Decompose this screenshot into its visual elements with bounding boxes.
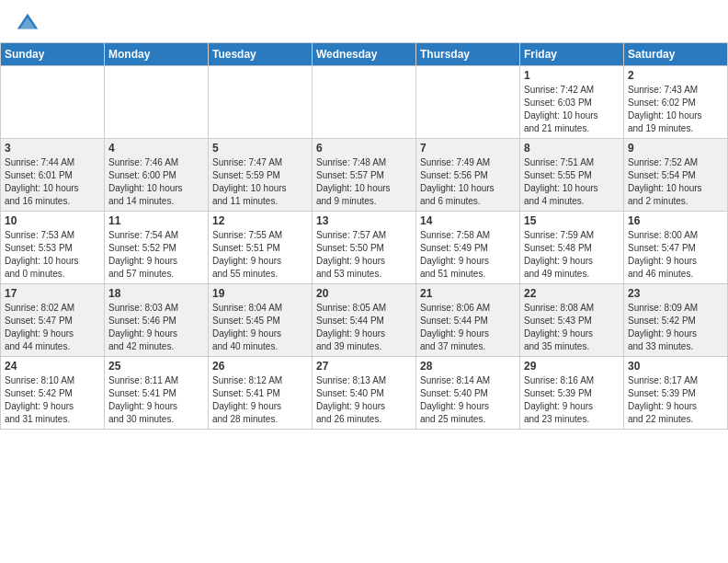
calendar-cell: 23Sunrise: 8:09 AM Sunset: 5:42 PM Dayli… bbox=[624, 284, 728, 357]
day-number: 6 bbox=[316, 142, 412, 155]
day-number: 11 bbox=[108, 214, 204, 227]
calendar-cell: 11Sunrise: 7:54 AM Sunset: 5:52 PM Dayli… bbox=[105, 212, 209, 284]
day-number: 28 bbox=[420, 360, 516, 373]
calendar-cell bbox=[209, 66, 313, 139]
page-header bbox=[0, 0, 728, 42]
day-info: Sunrise: 7:49 AM Sunset: 5:56 PM Dayligh… bbox=[420, 156, 516, 208]
day-info: Sunrise: 8:14 AM Sunset: 5:40 PM Dayligh… bbox=[420, 374, 516, 426]
col-header-tuesday: Tuesday bbox=[209, 43, 313, 66]
calendar-week-row: 3Sunrise: 7:44 AM Sunset: 6:01 PM Daylig… bbox=[1, 139, 728, 212]
calendar-table: SundayMondayTuesdayWednesdayThursdayFrid… bbox=[0, 42, 728, 430]
day-number: 24 bbox=[5, 360, 100, 373]
calendar-cell bbox=[1, 66, 105, 139]
col-header-friday: Friday bbox=[520, 43, 624, 66]
col-header-saturday: Saturday bbox=[624, 43, 728, 66]
calendar-cell: 14Sunrise: 7:58 AM Sunset: 5:49 PM Dayli… bbox=[416, 212, 520, 284]
day-info: Sunrise: 8:05 AM Sunset: 5:44 PM Dayligh… bbox=[316, 302, 412, 353]
day-number: 1 bbox=[524, 69, 620, 82]
calendar-week-row: 1Sunrise: 7:42 AM Sunset: 6:03 PM Daylig… bbox=[1, 66, 728, 139]
calendar-header-row: SundayMondayTuesdayWednesdayThursdayFrid… bbox=[1, 43, 728, 66]
day-number: 12 bbox=[212, 214, 308, 227]
col-header-sunday: Sunday bbox=[1, 43, 105, 66]
day-info: Sunrise: 7:53 AM Sunset: 5:53 PM Dayligh… bbox=[5, 229, 100, 281]
day-info: Sunrise: 8:12 AM Sunset: 5:41 PM Dayligh… bbox=[212, 374, 308, 426]
day-info: Sunrise: 7:52 AM Sunset: 5:54 PM Dayligh… bbox=[628, 156, 723, 208]
calendar-cell: 17Sunrise: 8:02 AM Sunset: 5:47 PM Dayli… bbox=[1, 284, 105, 357]
calendar-week-row: 17Sunrise: 8:02 AM Sunset: 5:47 PM Dayli… bbox=[1, 284, 728, 357]
day-number: 21 bbox=[420, 287, 516, 300]
day-info: Sunrise: 7:55 AM Sunset: 5:51 PM Dayligh… bbox=[212, 229, 308, 281]
calendar-cell: 16Sunrise: 8:00 AM Sunset: 5:47 PM Dayli… bbox=[624, 212, 728, 284]
calendar-week-row: 10Sunrise: 7:53 AM Sunset: 5:53 PM Dayli… bbox=[1, 212, 728, 284]
calendar-week-row: 24Sunrise: 8:10 AM Sunset: 5:42 PM Dayli… bbox=[1, 357, 728, 430]
calendar-cell: 18Sunrise: 8:03 AM Sunset: 5:46 PM Dayli… bbox=[105, 284, 209, 357]
day-info: Sunrise: 7:57 AM Sunset: 5:50 PM Dayligh… bbox=[316, 229, 412, 281]
day-info: Sunrise: 8:17 AM Sunset: 5:39 PM Dayligh… bbox=[628, 374, 723, 426]
calendar-cell: 15Sunrise: 7:59 AM Sunset: 5:48 PM Dayli… bbox=[520, 212, 624, 284]
day-number: 25 bbox=[108, 360, 204, 373]
day-number: 5 bbox=[212, 142, 308, 155]
calendar-cell bbox=[416, 66, 520, 139]
day-info: Sunrise: 7:43 AM Sunset: 6:02 PM Dayligh… bbox=[628, 84, 723, 135]
day-info: Sunrise: 8:03 AM Sunset: 5:46 PM Dayligh… bbox=[108, 302, 204, 353]
day-number: 3 bbox=[5, 142, 100, 155]
day-number: 29 bbox=[524, 360, 620, 373]
day-info: Sunrise: 7:54 AM Sunset: 5:52 PM Dayligh… bbox=[108, 229, 204, 281]
day-info: Sunrise: 8:04 AM Sunset: 5:45 PM Dayligh… bbox=[212, 302, 308, 353]
calendar-cell: 26Sunrise: 8:12 AM Sunset: 5:41 PM Dayli… bbox=[209, 357, 313, 430]
day-info: Sunrise: 7:42 AM Sunset: 6:03 PM Dayligh… bbox=[524, 84, 620, 135]
day-info: Sunrise: 8:13 AM Sunset: 5:40 PM Dayligh… bbox=[316, 374, 412, 426]
calendar-cell: 6Sunrise: 7:48 AM Sunset: 5:57 PM Daylig… bbox=[313, 139, 416, 212]
day-info: Sunrise: 8:00 AM Sunset: 5:47 PM Dayligh… bbox=[628, 229, 723, 281]
day-number: 13 bbox=[316, 214, 412, 227]
calendar-cell: 5Sunrise: 7:47 AM Sunset: 5:59 PM Daylig… bbox=[209, 139, 313, 212]
day-number: 30 bbox=[628, 360, 723, 373]
day-number: 4 bbox=[108, 142, 204, 155]
day-info: Sunrise: 7:59 AM Sunset: 5:48 PM Dayligh… bbox=[524, 229, 620, 281]
day-number: 20 bbox=[316, 287, 412, 300]
day-info: Sunrise: 8:06 AM Sunset: 5:44 PM Dayligh… bbox=[420, 302, 516, 353]
day-number: 27 bbox=[316, 360, 412, 373]
day-info: Sunrise: 8:09 AM Sunset: 5:42 PM Dayligh… bbox=[628, 302, 723, 353]
calendar-cell: 8Sunrise: 7:51 AM Sunset: 5:55 PM Daylig… bbox=[520, 139, 624, 212]
day-number: 14 bbox=[420, 214, 516, 227]
day-number: 15 bbox=[524, 214, 620, 227]
day-info: Sunrise: 8:10 AM Sunset: 5:42 PM Dayligh… bbox=[5, 374, 100, 426]
day-number: 8 bbox=[524, 142, 620, 155]
day-info: Sunrise: 8:11 AM Sunset: 5:41 PM Dayligh… bbox=[108, 374, 204, 426]
day-info: Sunrise: 7:58 AM Sunset: 5:49 PM Dayligh… bbox=[420, 229, 516, 281]
calendar-cell: 27Sunrise: 8:13 AM Sunset: 5:40 PM Dayli… bbox=[313, 357, 416, 430]
calendar-cell: 20Sunrise: 8:05 AM Sunset: 5:44 PM Dayli… bbox=[313, 284, 416, 357]
day-info: Sunrise: 7:47 AM Sunset: 5:59 PM Dayligh… bbox=[212, 156, 308, 208]
day-number: 22 bbox=[524, 287, 620, 300]
calendar-cell: 24Sunrise: 8:10 AM Sunset: 5:42 PM Dayli… bbox=[1, 357, 105, 430]
day-number: 18 bbox=[108, 287, 204, 300]
logo-icon bbox=[15, 11, 40, 37]
calendar-cell: 1Sunrise: 7:42 AM Sunset: 6:03 PM Daylig… bbox=[520, 66, 624, 139]
calendar-cell: 25Sunrise: 8:11 AM Sunset: 5:41 PM Dayli… bbox=[105, 357, 209, 430]
calendar-cell: 29Sunrise: 8:16 AM Sunset: 5:39 PM Dayli… bbox=[520, 357, 624, 430]
calendar-cell bbox=[313, 66, 416, 139]
calendar-cell: 21Sunrise: 8:06 AM Sunset: 5:44 PM Dayli… bbox=[416, 284, 520, 357]
col-header-thursday: Thursday bbox=[416, 43, 520, 66]
logo bbox=[15, 11, 44, 37]
col-header-monday: Monday bbox=[105, 43, 209, 66]
day-number: 17 bbox=[5, 287, 100, 300]
calendar-cell: 2Sunrise: 7:43 AM Sunset: 6:02 PM Daylig… bbox=[624, 66, 728, 139]
calendar-cell: 9Sunrise: 7:52 AM Sunset: 5:54 PM Daylig… bbox=[624, 139, 728, 212]
calendar-cell: 4Sunrise: 7:46 AM Sunset: 6:00 PM Daylig… bbox=[105, 139, 209, 212]
calendar-cell: 3Sunrise: 7:44 AM Sunset: 6:01 PM Daylig… bbox=[1, 139, 105, 212]
col-header-wednesday: Wednesday bbox=[313, 43, 416, 66]
day-number: 9 bbox=[628, 142, 723, 155]
calendar-cell: 28Sunrise: 8:14 AM Sunset: 5:40 PM Dayli… bbox=[416, 357, 520, 430]
day-number: 19 bbox=[212, 287, 308, 300]
day-number: 10 bbox=[5, 214, 100, 227]
day-number: 2 bbox=[628, 69, 723, 82]
day-info: Sunrise: 8:02 AM Sunset: 5:47 PM Dayligh… bbox=[5, 302, 100, 353]
calendar-cell: 22Sunrise: 8:08 AM Sunset: 5:43 PM Dayli… bbox=[520, 284, 624, 357]
day-number: 7 bbox=[420, 142, 516, 155]
calendar-cell: 10Sunrise: 7:53 AM Sunset: 5:53 PM Dayli… bbox=[1, 212, 105, 284]
calendar-cell: 12Sunrise: 7:55 AM Sunset: 5:51 PM Dayli… bbox=[209, 212, 313, 284]
day-info: Sunrise: 8:08 AM Sunset: 5:43 PM Dayligh… bbox=[524, 302, 620, 353]
calendar-cell: 7Sunrise: 7:49 AM Sunset: 5:56 PM Daylig… bbox=[416, 139, 520, 212]
